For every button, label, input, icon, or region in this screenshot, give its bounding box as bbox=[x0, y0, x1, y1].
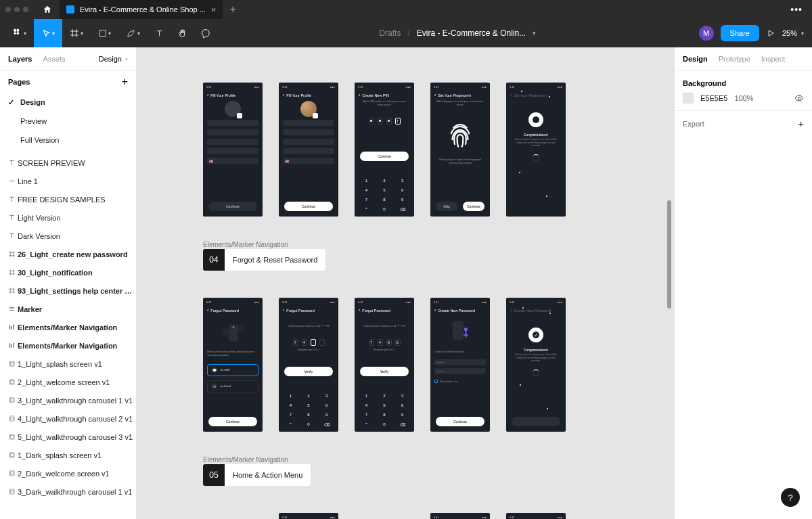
layer-item[interactable]: 1_Light_splash screen v1 bbox=[0, 355, 136, 373]
pen-tool[interactable]: ▾ bbox=[119, 19, 148, 47]
share-button[interactable]: Share bbox=[721, 25, 759, 41]
svg-rect-20 bbox=[10, 436, 13, 438]
canvas-frame[interactable]: 9:41●●● ‹Forgot Password Code has been s… bbox=[279, 298, 338, 432]
svg-rect-24 bbox=[10, 472, 13, 475]
comp-icon bbox=[5, 378, 18, 386]
help-button[interactable]: ? bbox=[781, 488, 800, 507]
layer-item[interactable]: Marker bbox=[0, 300, 136, 318]
text-tool[interactable] bbox=[148, 19, 171, 47]
text-icon bbox=[5, 214, 18, 221]
comment-tool[interactable] bbox=[194, 19, 217, 47]
layer-item[interactable]: 2_Light_welcome screen v1 bbox=[0, 373, 136, 391]
canvas-frame[interactable]: 9:41●●● ‹Set Your Fingerprint Congratula… bbox=[506, 83, 566, 217]
layer-item[interactable]: SCREEN PREVIEW bbox=[0, 154, 136, 172]
canvas-frame[interactable]: 9:41●●● bbox=[430, 513, 490, 519]
layer-item[interactable]: Dark Version bbox=[0, 227, 136, 245]
canvas-frame[interactable]: 9:41●●● ‹Create New Password Congratulat… bbox=[506, 298, 566, 432]
chevron-down-icon: ▾ bbox=[52, 30, 55, 37]
section-label: Elements/Marker Navigation bbox=[203, 241, 288, 248]
text-icon bbox=[5, 159, 18, 166]
page-item[interactable]: ✓Full Version bbox=[0, 131, 136, 150]
layer-item[interactable]: 2_Dark_welcome screen v1 bbox=[0, 464, 136, 482]
layer-item[interactable]: 5_Light_walkthrough carousel 3 v1 bbox=[0, 428, 136, 446]
comp-icon bbox=[5, 433, 18, 441]
main-menu-button[interactable]: ▾ bbox=[5, 19, 34, 47]
close-tab-icon[interactable]: × bbox=[211, 5, 217, 15]
canvas-frame[interactable]: 9:41●●● ‹Create New PIN Add a PIN number… bbox=[355, 83, 414, 217]
add-page-button[interactable]: + bbox=[122, 76, 128, 88]
text-icon bbox=[5, 232, 18, 240]
canvas[interactable]: 9:41●●● ‹Fill Your Profile Continue 9:41… bbox=[137, 47, 674, 519]
page-item[interactable]: ✓Preview bbox=[0, 112, 136, 131]
background-section-label: Background bbox=[675, 71, 812, 93]
canvas-frame[interactable]: 9:41●●● ‹Create New Password Create Your… bbox=[430, 298, 490, 432]
canvas-scrollbar[interactable] bbox=[667, 200, 671, 309]
add-export-button[interactable]: + bbox=[798, 118, 804, 129]
file-tab[interactable]: Evira - E-Commerce & Online Shop ... × bbox=[60, 0, 223, 19]
chevron-down-icon: ▾ bbox=[81, 30, 83, 37]
breadcrumb-doc[interactable]: Evira - E-Commerce & Onlin... bbox=[417, 28, 526, 38]
illustration-icon bbox=[449, 317, 472, 344]
canvas-frame[interactable]: 9:41●●● bbox=[279, 513, 338, 519]
home-tab[interactable] bbox=[38, 3, 57, 16]
present-button[interactable] bbox=[766, 28, 775, 38]
section-marker[interactable]: 05 Home & Action Menu bbox=[203, 464, 311, 486]
background-swatch[interactable] bbox=[683, 93, 694, 104]
zoom-control[interactable]: 25% ▾ bbox=[782, 29, 807, 37]
canvas-frame[interactable]: 9:41●●● ‹Fill Your Profile Continue bbox=[279, 83, 338, 217]
illustration-icon bbox=[220, 319, 246, 345]
chevron-down-icon: ▾ bbox=[108, 30, 111, 37]
prototype-tab[interactable]: Prototype bbox=[719, 55, 750, 63]
section-marker[interactable]: 04 Forgot & Reset Password bbox=[203, 249, 325, 271]
frame-icon bbox=[5, 250, 18, 258]
canvas-frame[interactable]: 9:41●●● ‹Fill Your Profile Continue bbox=[203, 83, 263, 217]
toolbar: ▾ ▾ ▾ ▾ ▾ Drafts / Evira - E-Comm bbox=[0, 19, 812, 47]
visibility-toggle-icon[interactable] bbox=[794, 93, 804, 103]
layer-item[interactable]: 1_Dark_splash screen v1 bbox=[0, 446, 136, 464]
layer-item[interactable]: 93_Light_settings help center con... bbox=[0, 281, 136, 300]
pages-dropdown[interactable]: Design ▾ bbox=[99, 55, 128, 63]
svg-rect-13 bbox=[9, 380, 14, 384]
layer-item[interactable]: Line 1 bbox=[0, 172, 136, 190]
background-hex[interactable]: E5E5E5 bbox=[700, 94, 727, 102]
canvas-frame[interactable]: 9:41●●● ‹Forgot Password Code has been s… bbox=[355, 298, 414, 432]
canvas-frame[interactable]: 9:41●●● bbox=[506, 513, 566, 519]
layer-item[interactable]: 3_Dark_walkthrough carousel 1 v1 bbox=[0, 482, 136, 501]
left-panel: Layers Assets Design ▾ Pages + ✓Design✓P… bbox=[0, 47, 137, 519]
svg-rect-14 bbox=[10, 381, 13, 384]
move-tool[interactable]: ▾ bbox=[34, 19, 62, 47]
layers-list[interactable]: SCREEN PREVIEWLine 1FREE DESIGN SAMPLESL… bbox=[0, 154, 136, 519]
svg-rect-26 bbox=[10, 491, 13, 493]
layer-item[interactable]: Elements/Marker Navigation bbox=[0, 336, 136, 355]
canvas-frame[interactable]: 9:41●●● ‹Forgot Password Select which co… bbox=[203, 298, 263, 432]
assets-tab[interactable]: Assets bbox=[43, 55, 65, 63]
comp-icon bbox=[5, 415, 18, 422]
breadcrumb-drafts[interactable]: Drafts bbox=[379, 28, 401, 38]
svg-rect-10 bbox=[13, 342, 14, 347]
svg-rect-6 bbox=[11, 326, 12, 330]
new-tab-button[interactable]: + bbox=[229, 3, 235, 16]
frame-icon bbox=[5, 269, 18, 276]
layer-item[interactable]: 3_Light_walkthrough carousel 1 v1 bbox=[0, 391, 136, 409]
user-avatar[interactable]: M bbox=[699, 26, 714, 41]
shape-tool[interactable]: ▾ bbox=[91, 19, 119, 47]
page-item[interactable]: ✓Design bbox=[0, 93, 136, 112]
inspect-tab[interactable]: Inspect bbox=[761, 55, 785, 63]
traffic-lights[interactable] bbox=[5, 7, 28, 12]
svg-point-30 bbox=[233, 326, 235, 328]
background-opacity[interactable]: 100% bbox=[734, 94, 753, 102]
canvas-frame[interactable]: 9:41●●● ‹Set Your Fingerprint Add a fing… bbox=[430, 83, 490, 217]
frame-tool[interactable]: ▾ bbox=[62, 19, 91, 47]
app-menu-icon[interactable]: ••• bbox=[786, 4, 807, 15]
layer-item[interactable]: 4_Light_walkthrough carousel 2 v1 bbox=[0, 409, 136, 428]
layer-item[interactable]: 30_Light_notification bbox=[0, 263, 136, 281]
design-tab[interactable]: Design bbox=[683, 55, 708, 63]
hand-tool[interactable] bbox=[171, 19, 194, 47]
layer-item[interactable]: FREE DESIGN SAMPLES bbox=[0, 190, 136, 208]
layer-item[interactable]: 26_Light_create new password bbox=[0, 245, 136, 263]
layer-item[interactable]: Elements/Marker Navigation bbox=[0, 318, 136, 336]
layer-item[interactable]: Light Version bbox=[0, 208, 136, 227]
layers-tab[interactable]: Layers bbox=[8, 55, 32, 63]
chevron-down-icon[interactable]: ▾ bbox=[533, 30, 536, 37]
svg-rect-25 bbox=[9, 489, 14, 494]
